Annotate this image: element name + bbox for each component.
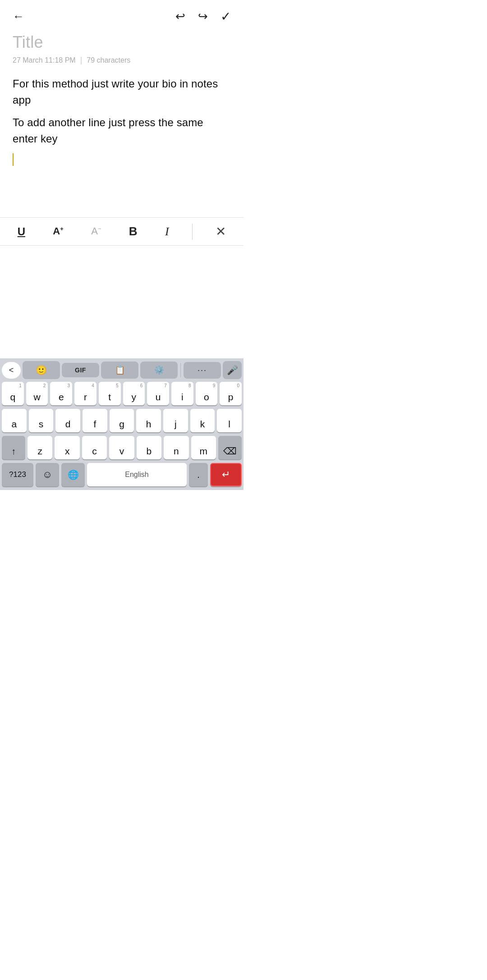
note-date: 27 March 11:18 PM: [13, 56, 76, 64]
keyboard-bottom-row: ?123 ☺ 🌐 English . ↵: [0, 463, 244, 490]
keyboard-row-2: a s d f g h j k l: [2, 409, 242, 432]
undo-button[interactable]: ↩: [174, 8, 187, 25]
keyboard-row-3: ↑ z x c v b n m ⌫: [2, 436, 242, 459]
note-area[interactable]: Title 27 March 11:18 PM | 79 characters …: [0, 29, 244, 173]
keyboard-back-button[interactable]: <: [2, 362, 21, 379]
key-q[interactable]: 1q: [2, 382, 24, 405]
keyboard-special-divider: [180, 363, 181, 377]
keyboard-settings-button[interactable]: ⚙️: [140, 362, 178, 379]
key-v[interactable]: v: [109, 436, 134, 459]
globe-button[interactable]: 🌐: [61, 463, 85, 486]
key-y[interactable]: 6y: [123, 382, 145, 405]
key-a[interactable]: a: [2, 409, 27, 432]
key-e[interactable]: 3e: [50, 382, 72, 405]
key-j[interactable]: j: [163, 409, 188, 432]
note-meta: 27 March 11:18 PM | 79 characters: [13, 55, 231, 65]
right-icons: ↩ ↪ ✓: [174, 7, 233, 26]
check-button[interactable]: ✓: [219, 7, 233, 26]
meta-separator: |: [80, 55, 83, 65]
key-n[interactable]: n: [164, 436, 188, 459]
key-h[interactable]: h: [136, 409, 161, 432]
key-d[interactable]: d: [55, 409, 80, 432]
text-cursor: [13, 153, 14, 166]
enter-button[interactable]: ↵: [210, 463, 242, 486]
key-b[interactable]: b: [137, 436, 161, 459]
top-toolbar: ← ↩ ↪ ✓: [0, 0, 244, 29]
space-button[interactable]: English: [87, 463, 187, 486]
key-c[interactable]: c: [82, 436, 107, 459]
emoji-button[interactable]: ☺: [36, 463, 59, 486]
key-u[interactable]: 7u: [147, 382, 169, 405]
key-z[interactable]: z: [28, 436, 52, 459]
keyboard-main-rows: 1q 2w 3e 4r 5t 6y 7u 8i 9o 0p a s d f g …: [0, 381, 244, 459]
format-divider: [192, 224, 193, 240]
keyboard-mic-button[interactable]: 🎤: [223, 361, 242, 379]
italic-button[interactable]: I: [161, 223, 174, 240]
back-button[interactable]: ←: [11, 8, 26, 25]
note-body[interactable]: For this method just write your bio in n…: [13, 76, 231, 166]
key-k[interactable]: k: [190, 409, 215, 432]
note-title: Title: [13, 33, 231, 52]
key-f[interactable]: f: [83, 409, 107, 432]
keyboard-more-button[interactable]: ···: [184, 362, 221, 379]
keyboard-special-row: < 🙂 GIF 📋 ⚙️ ··· 🎤: [0, 358, 244, 381]
note-line-1: For this method just write your bio in n…: [13, 76, 231, 108]
num-switch-button[interactable]: ?123: [2, 463, 33, 486]
key-x[interactable]: x: [55, 436, 79, 459]
close-format-button[interactable]: ✕: [211, 222, 230, 241]
format-toolbar: U A+ A− B I ✕: [0, 217, 244, 246]
increase-font-button[interactable]: A+: [48, 224, 68, 239]
keyboard-row-1: 1q 2w 3e 4r 5t 6y 7u 8i 9o 0p: [2, 382, 242, 405]
key-s[interactable]: s: [29, 409, 54, 432]
key-t[interactable]: 5t: [99, 382, 121, 405]
backspace-key[interactable]: ⌫: [218, 436, 242, 459]
key-l[interactable]: l: [217, 409, 242, 432]
redo-button[interactable]: ↪: [196, 8, 210, 25]
note-line-2: To add another line just press the same …: [13, 114, 231, 147]
underline-button[interactable]: U: [13, 224, 30, 240]
key-r[interactable]: 4r: [74, 382, 96, 405]
key-w[interactable]: 2w: [26, 382, 48, 405]
keyboard-clipboard-button[interactable]: 📋: [101, 362, 138, 379]
period-button[interactable]: .: [189, 463, 208, 486]
key-i[interactable]: 8i: [171, 382, 193, 405]
shift-key[interactable]: ↑: [2, 436, 25, 459]
key-o[interactable]: 9o: [196, 382, 218, 405]
keyboard-sticker-button[interactable]: 🙂: [23, 361, 60, 379]
note-char-count: 79 characters: [87, 56, 130, 64]
cursor-line: [13, 153, 231, 166]
key-g[interactable]: g: [110, 409, 134, 432]
keyboard: < 🙂 GIF 📋 ⚙️ ··· 🎤 1q 2w 3e 4r 5t 6: [0, 358, 244, 490]
key-p[interactable]: 0p: [220, 382, 242, 405]
decrease-font-button[interactable]: A−: [87, 224, 106, 239]
bold-button[interactable]: B: [124, 223, 142, 240]
keyboard-gif-button[interactable]: GIF: [62, 363, 99, 377]
left-icons: ←: [11, 8, 26, 25]
key-m[interactable]: m: [191, 436, 216, 459]
